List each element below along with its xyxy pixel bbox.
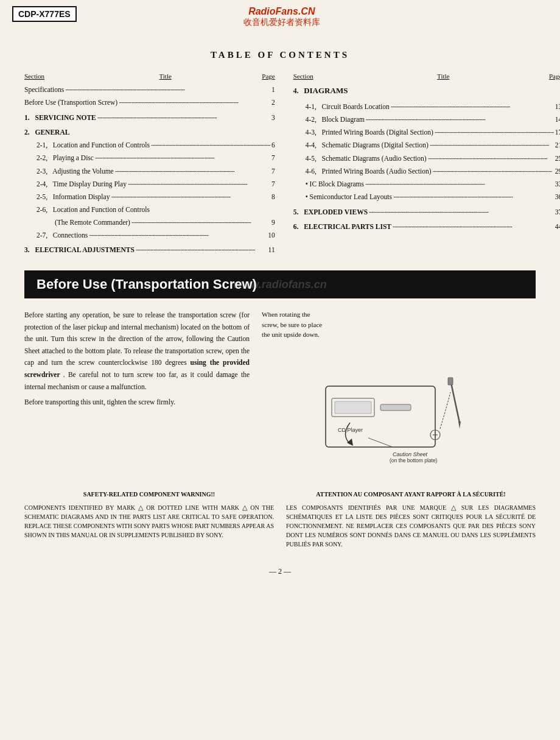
- toc-entry-4-4: 4-4, Schematic Diagrams (Digital Section…: [306, 140, 560, 151]
- safety-left: SAFETY-RELATED COMPONENT WARNING!! COMPO…: [24, 490, 274, 549]
- toc-right-header: Section Title Page: [293, 72, 560, 80]
- toc-columns: Section Title Page Specifications 1 Befo…: [24, 72, 536, 258]
- toc-entry-sec2: 2. GENERAL: [24, 127, 275, 138]
- svg-text:Caution Sheet: Caution Sheet: [393, 451, 428, 457]
- toc-left-page-header: Page: [262, 72, 275, 80]
- toc-right-col: Section Title Page 4. DIAGRAMS 4-1, Circ…: [293, 72, 560, 258]
- warning-triangle-2: △: [242, 502, 247, 513]
- safety-left-body: COMPONENTS IDENTIFIED BY MARK △ OR DOTTE…: [24, 502, 274, 540]
- safety-left-title: SAFETY-RELATED COMPONENT WARNING!!: [24, 490, 274, 499]
- toc-entry-sec4: 4. DIAGRAMS: [293, 85, 560, 99]
- toc-left-header: Section Title Page: [24, 72, 275, 80]
- site-name: RadioFans.CN: [243, 6, 320, 17]
- toc-entry-sec5: 5. EXPLODED VIEWS 37: [293, 207, 560, 218]
- page-footer: — 2 —: [24, 567, 536, 576]
- toc-entry-4-5: 4-5, Schematic Diagrams (Audio Section) …: [306, 153, 560, 164]
- toc-entry-sec6: 6. ELECTRICAL PARTS LIST 44: [293, 222, 560, 233]
- toc-entry-4-3: 4-3, Printed Wiring Boards (Digital Sect…: [306, 127, 560, 138]
- caption-line3: the unit upside down.: [262, 331, 320, 338]
- safety-right-body: LES COMPOSANTS IDENTIFIÉS PAR UNE MARQUE…: [286, 502, 536, 549]
- model-label: CDP-X777ES: [12, 6, 77, 22]
- toc-entry-4-2: 4-2, Block Diagram 14: [306, 115, 560, 125]
- main-content: TABLE OF CONTENTS Section Title Page Spe…: [0, 32, 560, 588]
- device-diagram: CD Player Caution Sheet (on the bottom p…: [307, 344, 490, 465]
- diagram-caption: When rotating the screw, be sure to plac…: [262, 309, 536, 340]
- toc-entry-2-3: 2-3, Adjusting the Volume 7: [37, 166, 275, 177]
- toc-entry-sec3: 3. ELECTRICAL ADJUSTMENTS 11: [24, 245, 275, 256]
- toc-entry-before-use: Before Use (Transportion Screw) 2: [24, 97, 275, 108]
- svg-text:CD Player: CD Player: [338, 427, 363, 433]
- toc-entry-ic-block: • IC Block Diagrams 33: [306, 179, 560, 190]
- safety-left-body2: OR DOTTED LINE WITH MARK: [146, 504, 242, 511]
- toc-right-page-header: Page: [549, 72, 560, 80]
- safety-right-title: ATTENTION AU COMPOSANT AYANT RAPPORT À L…: [286, 490, 536, 499]
- toc-entry-2-5: 2-5, Information Display 8: [37, 192, 275, 203]
- toc-entry-specifications: Specifications 1: [24, 85, 275, 96]
- toc-left-title-header: Title: [159, 72, 171, 80]
- toc-right-section-header: Section: [293, 72, 313, 80]
- before-use-body: Before starting any operation, be sure t…: [24, 309, 250, 393]
- svg-line-7: [450, 380, 460, 423]
- svg-rect-3: [380, 404, 411, 411]
- svg-marker-8: [458, 421, 461, 429]
- svg-text:(on the bottom plate): (on the bottom plate): [390, 457, 438, 463]
- toc-entry-2-4: 2-4, Time Display During Play 7: [37, 179, 275, 190]
- toc-title: TABLE OF CONTENTS: [24, 50, 536, 60]
- before-use-banner: Before Use (Transportation Screw) www.ra…: [24, 270, 536, 298]
- body-text-1: Before starting any operation, be sure t…: [24, 311, 250, 366]
- toc-entry-semiconductor: • Semiconductor Lead Layouts 36: [306, 192, 560, 203]
- before-use-diagram-block: When rotating the screw, be sure to plac…: [262, 309, 536, 465]
- before-use-body2: Before transporting this unit, tighten t…: [24, 396, 250, 409]
- toc-entry-2-6b: (The Remote Commander) 9: [55, 217, 275, 228]
- toc-left-col: Section Title Page Specifications 1 Befo…: [24, 72, 275, 258]
- toc-entry-2-1: 2-1, Location and Function of Controls 6: [37, 140, 275, 151]
- svg-rect-9: [448, 378, 453, 385]
- site-subtitle: 收音机爱好者资料库: [243, 17, 320, 28]
- toc-entry-4-6: 4-6, Printed Wiring Boards (Audio Sectio…: [306, 166, 560, 177]
- toc-entry-2-6: 2-6, Location and Function of Controls: [37, 205, 275, 215]
- banner-text: Before Use (Transportation Screw): [37, 277, 257, 292]
- safety-section: SAFETY-RELATED COMPONENT WARNING!! COMPO…: [24, 484, 536, 549]
- toc-entry-sec1: 1. SERVICING NOTE 3: [24, 113, 275, 124]
- page-header: CDP-X777ES RadioFans.CN 收音机爱好者资料库: [0, 0, 560, 32]
- before-use-content: Before starting any operation, be sure t…: [24, 309, 536, 465]
- safety-right-body1: LES COMPOSANTS IDENTIFIÉS PAR UNE MARQUE: [286, 504, 451, 511]
- safety-left-body1: COMPONENTS IDENTIFIED BY MARK: [24, 504, 138, 511]
- svg-rect-2: [335, 401, 371, 414]
- safety-right: ATTENTION AU COMPOSANT AYANT RAPPORT À L…: [286, 490, 536, 549]
- toc-left-section-header: Section: [24, 72, 44, 80]
- site-header: RadioFans.CN 收音机爱好者资料库: [243, 6, 320, 28]
- caption-line2: screw, be sure to place: [262, 321, 322, 328]
- svg-marker-6: [347, 439, 353, 446]
- warning-triangle-3: △: [451, 502, 456, 513]
- toc-entry-2-2: 2-2, Playing a Disc 7: [37, 153, 275, 164]
- warning-triangle-1: △: [138, 502, 143, 513]
- toc-right-title-header: Title: [437, 72, 449, 80]
- caption-line1: When rotating the: [262, 311, 310, 318]
- before-use-text-block: Before starting any operation, be sure t…: [24, 309, 250, 465]
- svg-line-5: [368, 438, 393, 447]
- toc-entry-2-7: 2-7, Connections 10: [37, 230, 275, 241]
- toc-entry-4-1: 4-1, Circuit Boards Location 13: [306, 102, 560, 113]
